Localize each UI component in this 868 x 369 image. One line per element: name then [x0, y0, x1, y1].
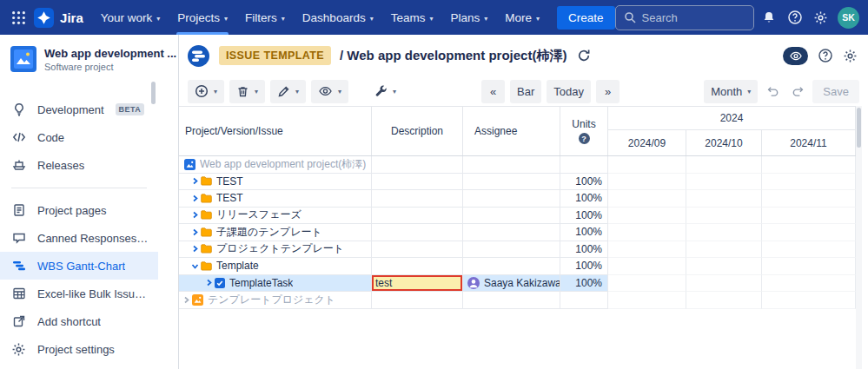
units-cell[interactable]: 100% — [560, 241, 608, 259]
description-cell[interactable] — [372, 258, 463, 275]
scrollbar-thumb[interactable] — [857, 108, 861, 148]
tree-cell[interactable]: テンプレートプロジェクト — [179, 292, 372, 309]
table-row-test[interactable]: TEST100% — [179, 190, 856, 208]
user-avatar[interactable]: SK — [838, 7, 859, 29]
sidebar-item-excel-like-bulk-issue-e[interactable]: Excel-like Bulk Issue E... — [0, 280, 158, 307]
global-search[interactable] — [615, 5, 754, 30]
nav-item-teams[interactable]: Teams▾ — [382, 0, 442, 35]
gear-icon[interactable] — [843, 49, 858, 63]
refresh-icon[interactable] — [577, 49, 591, 63]
chevron-right-icon[interactable] — [203, 279, 215, 287]
table-row-web-app-development-project[interactable]: Web app development project(柿澤) — [179, 156, 856, 174]
tree-cell[interactable]: プロジェクトテンプレート — [179, 241, 372, 259]
scroll-left-button[interactable]: « — [481, 80, 505, 103]
table-row-template[interactable]: Template100% — [179, 258, 856, 275]
sidebar-item-code[interactable]: Code — [0, 123, 158, 151]
units-cell[interactable]: 100% — [560, 208, 608, 225]
sidebar-item-project-pages[interactable]: Project pages — [0, 196, 158, 224]
help-button[interactable] — [784, 5, 805, 30]
description-cell[interactable] — [372, 224, 463, 241]
sidebar-item-development[interactable]: DevelopmentBETA — [0, 96, 158, 123]
issue-template-badge[interactable]: ISSUE TEMPLATE — [219, 46, 331, 65]
nav-item-your-work[interactable]: Your work▾ — [92, 0, 169, 35]
tree-cell[interactable]: TemplateTask — [179, 275, 372, 293]
assignee-cell[interactable] — [463, 208, 560, 225]
save-button[interactable]: Save — [812, 80, 859, 103]
units-cell[interactable]: 100% — [560, 224, 608, 241]
redo-button[interactable] — [787, 81, 808, 102]
column-header-assignee[interactable]: Assignee — [463, 107, 560, 155]
jira-logo[interactable]: Jira — [34, 8, 83, 28]
table-row-item[interactable]: プロジェクトテンプレート100% — [179, 241, 856, 259]
chevron-right-icon[interactable] — [181, 296, 192, 304]
gantt-month-2024-09[interactable]: 2024/09 — [608, 130, 686, 155]
table-row-test[interactable]: TEST100% — [179, 174, 856, 191]
sidebar-item-project-settings[interactable]: Project settings — [0, 335, 158, 363]
settings-button[interactable] — [810, 5, 832, 30]
search-input[interactable] — [642, 11, 745, 24]
sidebar-item-canned-responses-pro[interactable]: Canned Responses Pro — [0, 224, 158, 252]
sidebar-scrollbar-thumb[interactable] — [151, 82, 156, 104]
app-switcher-button[interactable] — [9, 6, 29, 29]
column-header-units[interactable]: Units ? — [560, 107, 608, 155]
view-options-button[interactable]: ▾ — [311, 80, 348, 103]
chevron-right-icon[interactable] — [189, 177, 201, 185]
chevron-down-icon[interactable] — [189, 262, 201, 270]
edit-button[interactable]: ▾ — [270, 80, 306, 103]
column-header-project-version-issue[interactable]: Project/Version/Issue — [179, 107, 372, 155]
today-button[interactable]: Today — [547, 80, 591, 103]
tree-cell[interactable]: 子課題のテンプレート — [179, 224, 372, 241]
description-cell[interactable] — [372, 174, 463, 191]
gantt-month-2024-11[interactable]: 2024/11 — [762, 130, 856, 155]
project-header[interactable]: Web app development ... Software project — [0, 35, 178, 79]
notifications-button[interactable] — [759, 5, 780, 30]
assignee-cell[interactable] — [463, 292, 560, 309]
units-cell[interactable]: 100% — [560, 190, 608, 208]
tree-cell[interactable]: TEST — [179, 190, 372, 208]
assignee-cell[interactable] — [463, 174, 560, 191]
add-issue-button[interactable]: ▾ — [188, 80, 224, 103]
description-cell[interactable] — [372, 190, 463, 208]
table-row-item[interactable]: 子課題のテンプレート100% — [179, 224, 856, 241]
create-button[interactable]: Create — [557, 6, 615, 30]
assignee-cell[interactable] — [463, 190, 560, 208]
description-cell[interactable] — [372, 241, 463, 259]
units-cell[interactable] — [560, 156, 608, 174]
visibility-toggle-button[interactable] — [783, 47, 808, 65]
sidebar-item-add-shortcut[interactable]: Add shortcut — [0, 307, 158, 335]
tree-cell[interactable]: リリースフェーズ — [179, 208, 372, 225]
description-cell[interactable] — [372, 208, 463, 225]
assignee-cell[interactable] — [463, 241, 560, 259]
chevron-right-icon[interactable] — [189, 228, 201, 236]
table-row-templatetask[interactable]: TemplateTasktestSaaya Kakizawa100% — [179, 275, 856, 293]
nav-item-filters[interactable]: Filters▾ — [236, 0, 294, 35]
scroll-right-button[interactable]: » — [596, 80, 620, 103]
assignee-cell[interactable] — [463, 224, 560, 241]
gantt-month-2024-10[interactable]: 2024/10 — [686, 130, 762, 155]
nav-item-projects[interactable]: Projects▾ — [169, 0, 236, 35]
wbs-logo-icon[interactable] — [187, 44, 210, 68]
gantt-vertical-scrollbar[interactable] — [856, 106, 862, 369]
bar-button[interactable]: Bar — [510, 80, 541, 103]
sidebar-item-wbs-gantt-chart[interactable]: WBS Gantt-Chart — [0, 252, 158, 280]
help-icon[interactable] — [818, 48, 833, 63]
nav-item-dashboards[interactable]: Dashboards▾ — [294, 0, 382, 35]
assignee-cell[interactable]: Saaya Kakizawa — [463, 275, 560, 293]
table-row-item[interactable]: テンプレートプロジェクト — [179, 292, 856, 309]
column-header-description[interactable]: Description — [372, 107, 463, 155]
units-help-icon[interactable]: ? — [579, 133, 590, 144]
chevron-right-icon[interactable] — [189, 194, 201, 202]
tree-cell[interactable]: Template — [179, 258, 372, 275]
chevron-right-icon[interactable] — [189, 245, 201, 253]
tools-button[interactable]: ▾ — [368, 80, 403, 103]
description-cell[interactable] — [372, 292, 463, 309]
units-cell[interactable]: 100% — [560, 174, 608, 191]
table-row-item[interactable]: リリースフェーズ100% — [179, 208, 856, 225]
tree-cell[interactable]: Web app development project(柿澤) — [179, 156, 372, 174]
description-cell[interactable] — [372, 156, 463, 174]
undo-button[interactable] — [762, 81, 783, 102]
sidebar-item-releases[interactable]: Releases — [0, 151, 158, 179]
chevron-right-icon[interactable] — [189, 211, 201, 219]
tree-cell[interactable]: TEST — [179, 174, 372, 191]
nav-item-more[interactable]: More▾ — [496, 0, 548, 35]
